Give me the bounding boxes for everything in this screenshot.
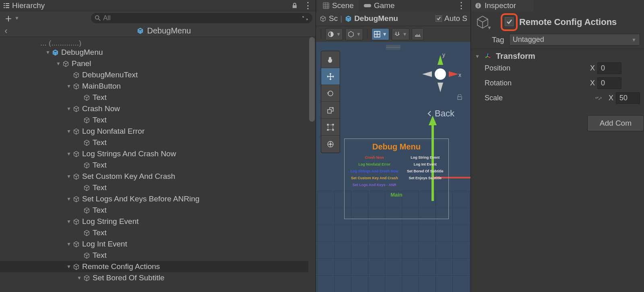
svg-point-6 [95, 16, 99, 19]
scene-toolbar: ▼ ▼ ▼ ▼ [316, 26, 471, 42]
hierarchy-item[interactable]: ▼Set Logs And Keys Before ANRing [0, 193, 316, 205]
transform-icon [484, 52, 492, 60]
info-icon [475, 2, 481, 9]
svg-marker-19 [449, 71, 458, 77]
scene-crumb[interactable]: DebugMenu [354, 14, 398, 23]
scene-viewport[interactable]: y x Back Debug Menu Crash NowLog Nonfata… [316, 42, 471, 292]
hierarchy-item[interactable]: Text [0, 205, 316, 216]
tab-inspector[interactable]: Inspector [471, 0, 533, 11]
shading-button[interactable]: ▼ [325, 28, 343, 40]
hierarchy-search[interactable]: All [91, 13, 312, 23]
hierarchy-tree: ... (.............) ▼DebugMenu▼PanelDebu… [0, 37, 316, 292]
svg-rect-11 [328, 125, 333, 130]
hierarchy-item[interactable]: Text [0, 137, 316, 148]
gameobject-name[interactable]: Remote Config Actions [519, 17, 617, 27]
hierarchy-item[interactable]: Text [0, 227, 316, 238]
kebab-icon[interactable]: ⋮ [303, 3, 312, 8]
tab-scene[interactable]: Scene [318, 0, 359, 12]
hierarchy-item[interactable]: ▼MainButton [0, 81, 316, 92]
scale-x[interactable]: 50 [616, 92, 640, 104]
svg-rect-5 [6, 7, 9, 8]
svg-point-17 [330, 143, 331, 145]
grid-icon [322, 2, 330, 9]
breadcrumb-back[interactable]: ‹ [0, 26, 12, 36]
hierarchy-title: Hierarchy [3, 1, 291, 10]
move-tool[interactable] [321, 68, 340, 85]
svg-text:x: x [458, 72, 461, 78]
expand-icon[interactable] [302, 15, 308, 21]
hierarchy-item[interactable]: ▼Set Bored Of Subtitle [0, 272, 316, 284]
grid-toggle[interactable]: ▼ [372, 28, 389, 40]
rotation-x[interactable]: 0 [597, 77, 621, 89]
hierarchy-item[interactable]: Text [0, 114, 316, 126]
hierarchy-item[interactable]: ▼Log String Event [0, 216, 316, 227]
hierarchy-item[interactable]: ▼Set Custom Key And Crash [0, 171, 316, 182]
hierarchy-item[interactable]: Text [0, 92, 316, 103]
main-label: Main [345, 187, 448, 198]
snap-button[interactable]: ▼ [392, 28, 409, 40]
draw-mode-button[interactable]: ▼ [345, 28, 363, 40]
tag-label: Tag [492, 35, 504, 44]
increment-button[interactable] [412, 28, 424, 40]
lock-icon[interactable] [457, 94, 462, 100]
auto-checkbox[interactable] [436, 15, 442, 22]
svg-text:y: y [442, 52, 445, 58]
add-component-button[interactable]: Add Com [587, 115, 644, 131]
auto-label: Auto S [444, 14, 467, 23]
kebab-icon[interactable]: ⋮ [457, 0, 469, 11]
svg-rect-1 [6, 3, 9, 4]
svg-rect-15 [332, 129, 334, 130]
truncated-row: ... (.............) [0, 39, 316, 47]
debug-title: Debug Menu [345, 139, 448, 155]
svg-rect-0 [4, 3, 5, 4]
svg-rect-3 [6, 5, 9, 6]
create-button[interactable]: ＋▼ [3, 11, 19, 25]
svg-marker-21 [422, 71, 432, 77]
svg-rect-4 [4, 7, 5, 8]
hierarchy-item[interactable]: ▼DebugMenu [0, 47, 316, 58]
orientation-gizmo[interactable]: y x [418, 52, 462, 96]
inspector-panel: Inspector ▼ Remote Config Actions Tag Un… [471, 0, 644, 292]
tag-dropdown[interactable]: Untagged▼ [509, 34, 640, 46]
svg-point-22 [435, 68, 446, 80]
tab-game[interactable]: Game [359, 0, 400, 12]
hierarchy-panel: Hierarchy ⋮ ＋▼ All ‹ DebugMenu ... (....… [0, 0, 316, 292]
svg-line-7 [99, 19, 100, 21]
hierarchy-item[interactable]: DebugMenuText [0, 69, 316, 81]
scale-label: Scale [485, 94, 585, 102]
hierarchy-item[interactable]: ▼Crash Now [0, 103, 316, 114]
svg-rect-13 [332, 124, 334, 125]
scene-tools [321, 51, 340, 153]
enabled-checkbox[interactable] [503, 16, 515, 29]
hierarchy-item[interactable]: Text [0, 159, 316, 171]
position-label: Position [485, 64, 585, 72]
breadcrumb-current[interactable]: DebugMenu [12, 26, 316, 35]
svg-rect-12 [327, 124, 328, 125]
link-icon[interactable] [595, 95, 602, 102]
hierarchy-scrollbar[interactable] [308, 37, 316, 292]
svg-rect-8 [364, 4, 371, 7]
hierarchy-item[interactable]: ▼Panel [0, 58, 316, 69]
hierarchy-item[interactable]: Text [0, 182, 316, 193]
rotate-tool[interactable] [321, 85, 340, 102]
lock-icon[interactable] [291, 2, 298, 9]
hand-tool[interactable] [321, 51, 340, 68]
transform-tool[interactable] [321, 136, 340, 153]
foldout-icon[interactable]: ▼ [475, 54, 480, 59]
hierarchy-item[interactable]: ▼Log Strings And Crash Now [0, 148, 316, 159]
svg-rect-14 [327, 129, 328, 130]
svg-rect-2 [4, 5, 5, 6]
hierarchy-item[interactable]: Text [0, 250, 316, 261]
scale-tool[interactable] [321, 102, 340, 119]
list-icon [3, 2, 10, 9]
hierarchy-item[interactable]: ▼Remote Config Actions [0, 261, 316, 272]
rect-tool[interactable] [321, 119, 340, 136]
search-icon [95, 15, 101, 21]
position-x[interactable]: 0 [597, 62, 621, 74]
svg-rect-10 [328, 110, 331, 113]
svg-marker-20 [438, 83, 443, 92]
hierarchy-item[interactable]: ▼Log Int Event [0, 238, 316, 250]
hierarchy-item[interactable]: ▼Log Nonfatal Error [0, 126, 316, 137]
debug-menu-preview: Debug Menu Crash NowLog Nonfatal ErrorLo… [344, 139, 449, 219]
svg-rect-26 [478, 5, 479, 7]
